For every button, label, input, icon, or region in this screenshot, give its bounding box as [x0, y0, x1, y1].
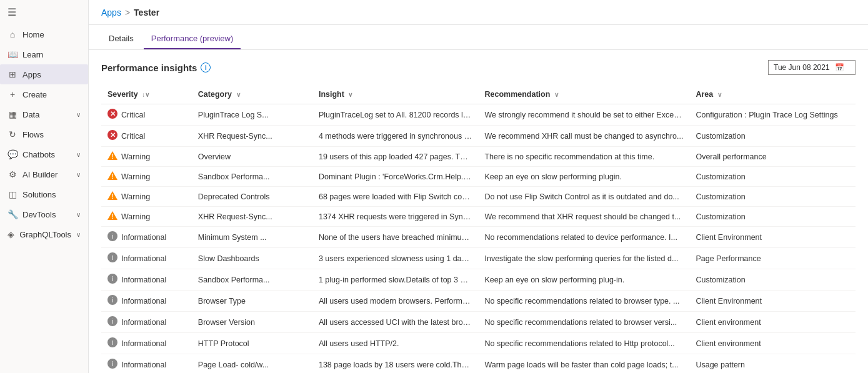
table-row[interactable]: !WarningDeprecated Controls68 pages were… — [101, 187, 856, 207]
cell-category: Overview — [192, 147, 312, 167]
cell-recommendation: Do not use Flip Switch Control as it is … — [478, 187, 689, 207]
table-row[interactable]: iInformationalMinimum System ...None of … — [101, 227, 856, 248]
cell-area: Customization — [689, 187, 856, 207]
informational-icon: i — [107, 274, 117, 286]
svg-text:i: i — [112, 254, 113, 261]
sort-icon: ∨ — [348, 91, 352, 98]
table-row[interactable]: iInformationalHTTP ProtocolAll users use… — [101, 333, 856, 354]
table-row[interactable]: iInformationalPage Load- cold/w...138 pa… — [101, 354, 856, 374]
sidebar-item-label: Apps — [22, 70, 41, 79]
svg-text:i: i — [112, 275, 113, 282]
cell-insight: All users used HTTP/2. — [312, 333, 479, 354]
severity-label: Warning — [121, 212, 150, 221]
section-title-text: Performance insights — [101, 62, 197, 73]
cell-recommendation: There is no specific recommendation at t… — [478, 147, 689, 167]
sidebar-item-flows[interactable]: ↻ Flows — [0, 124, 88, 144]
sidebar-item-devtools[interactable]: 🔧 DevTools ∨ — [0, 204, 88, 224]
table-row[interactable]: iInformationalBrowser VersionAll users a… — [101, 312, 856, 333]
graphqltools-icon: ◈ — [7, 229, 14, 239]
informational-icon: i — [107, 252, 117, 264]
cell-category: Browser Type — [192, 291, 312, 312]
col-header-area[interactable]: Area ∨ — [689, 85, 856, 104]
sidebar-item-label: Data — [22, 110, 39, 119]
cell-severity: !Warning — [101, 167, 192, 187]
insights-title: Performance insights i — [101, 62, 211, 73]
breadcrumb-separator: > — [125, 7, 130, 17]
sidebar-item-label: DevTools — [22, 210, 56, 219]
svg-text:!: ! — [111, 193, 113, 200]
cell-area: Customization — [689, 207, 856, 227]
chevron-down-icon: ∨ — [76, 151, 81, 158]
cell-category: Slow Dashboards — [192, 248, 312, 269]
sidebar-item-learn[interactable]: 📖 Learn — [0, 44, 88, 64]
info-icon[interactable]: i — [201, 62, 211, 72]
hamburger-menu[interactable]: ☰ — [0, 0, 88, 24]
date-picker[interactable]: Tue Jun 08 2021 📅 — [768, 60, 856, 75]
learn-icon: 📖 — [7, 49, 17, 59]
severity-label: Informational — [121, 339, 166, 348]
sidebar-item-data[interactable]: ▦ Data ∨ — [0, 104, 88, 124]
sidebar-item-apps[interactable]: ⊞ Apps — [0, 64, 88, 84]
cell-insight: 3 users experienced slowness using 1 das… — [312, 248, 479, 269]
cell-severity: iInformational — [101, 291, 192, 312]
date-picker-value: Tue Jun 08 2021 — [774, 63, 830, 72]
severity-label: Warning — [121, 192, 150, 201]
table-row[interactable]: !WarningSandbox Performa...Dominant Plug… — [101, 167, 856, 187]
sidebar-item-ai-builder[interactable]: ⚙ AI Builder ∨ — [0, 164, 88, 184]
col-header-recommendation[interactable]: Recommendation ∨ — [478, 85, 689, 104]
sidebar-item-label: Home — [22, 30, 44, 39]
informational-icon: i — [107, 231, 117, 243]
severity-label: Warning — [121, 152, 150, 161]
cell-recommendation: Keep an eye on slow performing plugin. — [478, 167, 689, 187]
table-row[interactable]: !WarningXHR Request-Sync...1374 XHR requ… — [101, 207, 856, 227]
sidebar-item-chatbots[interactable]: 💬 Chatbots ∨ — [0, 144, 88, 164]
cell-insight: 1374 XHR requests were triggered in Sync… — [312, 207, 479, 227]
severity-label: Informational — [121, 361, 166, 369]
main-content: Apps > Tester Details Performance (previ… — [89, 0, 868, 373]
table-row[interactable]: !WarningOverview19 users of this app loa… — [101, 147, 856, 167]
sidebar-item-label: Flows — [22, 130, 44, 139]
col-header-severity[interactable]: Severity ↓∨ — [101, 85, 192, 104]
cell-category: HTTP Protocol — [192, 333, 312, 354]
chevron-down-icon: ∨ — [76, 211, 81, 218]
col-header-category[interactable]: Category ∨ — [192, 85, 312, 104]
cell-insight: 4 methods were triggered in synchronous … — [312, 126, 479, 147]
severity-label: Critical — [121, 111, 145, 119]
table-row[interactable]: iInformationalBrowser TypeAll users used… — [101, 291, 856, 312]
sidebar-item-home[interactable]: ⌂ Home — [0, 24, 88, 44]
table-row[interactable]: ✕CriticalXHR Request-Sync...4 methods we… — [101, 126, 856, 147]
col-header-insight[interactable]: Insight ∨ — [312, 85, 479, 104]
tab-bar: Details Performance (preview) — [89, 25, 868, 50]
cell-recommendation: Investigate the slow performing queries … — [478, 248, 689, 269]
cell-category: XHR Request-Sync... — [192, 126, 312, 147]
cell-recommendation: We recommend that XHR request should be … — [478, 207, 689, 227]
sidebar-item-solutions[interactable]: ◫ Solutions — [0, 184, 88, 204]
insights-header: Performance insights i Tue Jun 08 2021 📅 — [101, 60, 856, 75]
cell-recommendation: Warm page loads will be faster than cold… — [478, 354, 689, 374]
sidebar-item-graphqltools[interactable]: ◈ GraphQLTools ∨ — [0, 224, 88, 244]
cell-category: Sandbox Performa... — [192, 269, 312, 291]
chatbots-icon: 💬 — [7, 149, 17, 159]
cell-area: Client environment — [689, 333, 856, 354]
svg-text:✕: ✕ — [110, 110, 116, 117]
sidebar-item-label: AI Builder — [22, 170, 57, 179]
svg-text:!: ! — [111, 213, 113, 220]
cell-recommendation: We recommend XHR call must be changed to… — [478, 126, 689, 147]
breadcrumb-apps-link[interactable]: Apps — [101, 7, 121, 17]
cell-severity: !Warning — [101, 187, 192, 207]
cell-insight: 1 plug-in performed slow.Details of top … — [312, 269, 479, 291]
cell-insight: 138 page loads by 18 users were cold.The… — [312, 354, 479, 374]
cell-area: Client Environment — [689, 227, 856, 248]
table-row[interactable]: iInformationalSandbox Performa...1 plug-… — [101, 269, 856, 291]
sidebar-item-label: GraphQLTools — [19, 230, 71, 239]
sidebar-item-create[interactable]: + Create — [0, 84, 88, 104]
cell-area: Usage pattern — [689, 354, 856, 374]
informational-icon: i — [107, 359, 117, 371]
table-row[interactable]: ✕CriticalPluginTrace Log S...PluginTrace… — [101, 104, 856, 126]
home-icon: ⌂ — [7, 29, 17, 39]
tab-details[interactable]: Details — [101, 29, 141, 49]
svg-text:!: ! — [111, 153, 113, 160]
tab-performance[interactable]: Performance (preview) — [144, 29, 241, 49]
table-row[interactable]: iInformationalSlow Dashboards3 users exp… — [101, 248, 856, 269]
insights-table: Severity ↓∨ Category ∨ Insight ∨ Recom — [101, 85, 856, 373]
